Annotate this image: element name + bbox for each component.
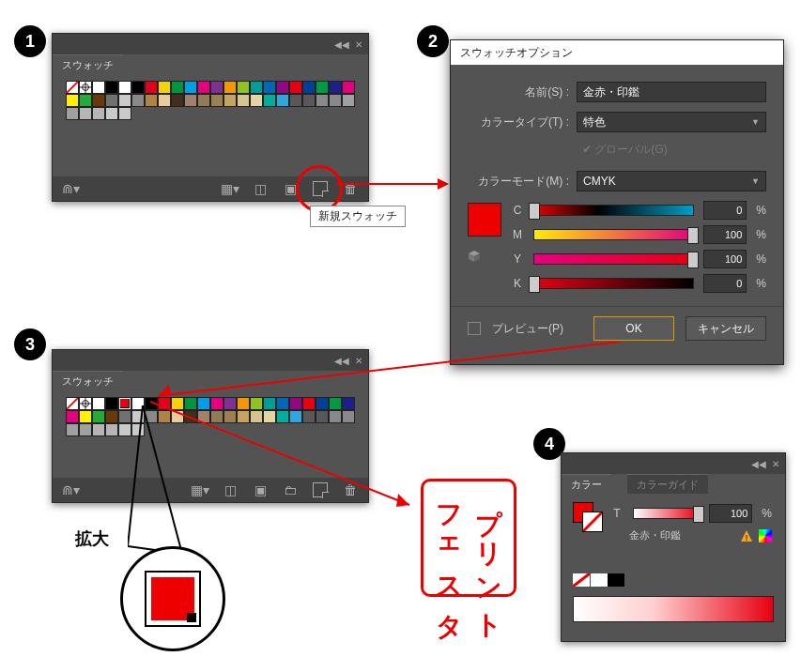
color-wheel-icon[interactable]	[759, 529, 772, 542]
name-field[interactable]	[577, 82, 766, 102]
swatch[interactable]	[237, 410, 250, 423]
cancel-button[interactable]: キャンセル	[685, 316, 766, 341]
swatch[interactable]	[302, 397, 316, 410]
new-swatch-button[interactable]	[312, 180, 329, 197]
swatch[interactable]	[223, 81, 237, 94]
swatch[interactable]	[79, 107, 92, 120]
swatch[interactable]	[197, 94, 210, 107]
swatch[interactable]	[79, 410, 92, 423]
swatch[interactable]	[342, 397, 355, 410]
swatch[interactable]	[171, 81, 184, 94]
c-slider[interactable]	[533, 205, 694, 216]
swatch[interactable]	[250, 81, 263, 94]
swatch[interactable]	[118, 94, 131, 107]
delete-icon[interactable]: 🗑	[342, 481, 359, 498]
show-kinds-icon[interactable]: ▦▾	[192, 481, 208, 498]
swatches-grid[interactable]	[66, 397, 355, 436]
swatch[interactable]	[197, 410, 210, 423]
swatch[interactable]	[92, 94, 105, 107]
swatch[interactable]	[92, 410, 105, 423]
out-of-gamut-icon[interactable]: !	[740, 529, 753, 542]
swatch[interactable]	[342, 81, 355, 94]
swatch[interactable]	[316, 410, 329, 423]
close-icon[interactable]: ✕	[772, 459, 779, 469]
swatch[interactable]	[276, 94, 289, 107]
swatch[interactable]	[131, 94, 145, 107]
tint-value[interactable]: 100	[709, 504, 752, 523]
swatch[interactable]	[316, 81, 329, 94]
swatch[interactable]	[118, 107, 131, 120]
swatch-libraries-icon[interactable]: ⋒▾	[62, 482, 80, 497]
swatch[interactable]	[342, 94, 355, 107]
m-value[interactable]: 100	[703, 225, 747, 244]
swatch[interactable]	[329, 397, 342, 410]
swatch[interactable]	[289, 397, 302, 410]
close-icon[interactable]: ✕	[355, 356, 362, 366]
folder-icon[interactable]: 🗀	[282, 481, 299, 498]
swatch[interactable]	[131, 397, 145, 410]
swatch[interactable]	[158, 81, 171, 94]
swatch[interactable]	[263, 94, 276, 107]
swatch[interactable]	[237, 94, 250, 107]
swatches-grid[interactable]	[66, 81, 355, 120]
swatch[interactable]	[105, 107, 118, 120]
swatch[interactable]	[276, 81, 289, 94]
tint-slider[interactable]	[633, 508, 700, 519]
collapse-icon[interactable]: ◀◀	[334, 39, 349, 50]
swatch[interactable]	[158, 397, 171, 410]
collapse-icon[interactable]: ◀◀	[751, 459, 766, 469]
swatch[interactable]	[158, 410, 171, 423]
swatches-tab[interactable]: スウォッチ	[53, 54, 123, 74]
swatch[interactable]	[145, 410, 158, 423]
swatch[interactable]	[263, 397, 276, 410]
swatch[interactable]	[316, 94, 329, 107]
swatch[interactable]	[237, 397, 250, 410]
swatch[interactable]	[118, 410, 131, 423]
swatch[interactable]	[250, 410, 263, 423]
none-white-black-chips[interactable]	[573, 573, 624, 587]
swatches-tab[interactable]: スウォッチ	[53, 371, 123, 390]
swatch[interactable]	[171, 397, 184, 410]
swatch[interactable]	[263, 81, 276, 94]
swatch[interactable]	[131, 81, 145, 94]
swatch[interactable]	[145, 81, 158, 94]
tint-ramp[interactable]	[573, 596, 774, 622]
swatch[interactable]	[184, 94, 197, 107]
swatch[interactable]	[289, 410, 302, 423]
preview-checkbox[interactable]	[468, 322, 481, 335]
swatch[interactable]	[329, 81, 342, 94]
m-slider[interactable]	[533, 229, 694, 240]
swatch[interactable]	[289, 81, 302, 94]
swatch[interactable]	[223, 94, 237, 107]
y-slider[interactable]	[533, 253, 694, 265]
k-value[interactable]: 0	[703, 274, 747, 293]
swatch[interactable]	[92, 423, 105, 436]
close-icon[interactable]: ✕	[355, 39, 362, 50]
swatch[interactable]	[316, 397, 329, 410]
swatch-options-icon[interactable]: ◫	[252, 180, 269, 197]
swatch[interactable]	[131, 410, 145, 423]
swatch[interactable]	[79, 94, 92, 107]
swatch[interactable]	[145, 397, 158, 410]
swatch[interactable]	[145, 94, 158, 107]
color-tab[interactable]: カラー	[562, 474, 611, 494]
fill-stroke-proxy[interactable]	[573, 502, 603, 532]
swatch[interactable]	[131, 423, 145, 436]
swatch[interactable]	[329, 410, 342, 423]
swatch[interactable]	[184, 410, 197, 423]
swatch[interactable]	[210, 397, 223, 410]
swatch[interactable]	[210, 410, 223, 423]
collapse-icon[interactable]: ◀◀	[334, 356, 349, 366]
swatch[interactable]	[210, 94, 223, 107]
swatch[interactable]	[223, 410, 237, 423]
swatch-options-icon[interactable]: ◫	[222, 481, 239, 498]
swatch[interactable]	[171, 94, 184, 107]
swatch[interactable]	[184, 81, 197, 94]
swatch[interactable]	[302, 410, 316, 423]
swatch[interactable]	[237, 81, 250, 94]
c-value[interactable]: 0	[703, 201, 747, 220]
swatch[interactable]	[158, 94, 171, 107]
swatch[interactable]	[66, 94, 79, 107]
color-mode-select[interactable]: CMYK▼	[577, 171, 766, 191]
swatch[interactable]	[329, 94, 342, 107]
